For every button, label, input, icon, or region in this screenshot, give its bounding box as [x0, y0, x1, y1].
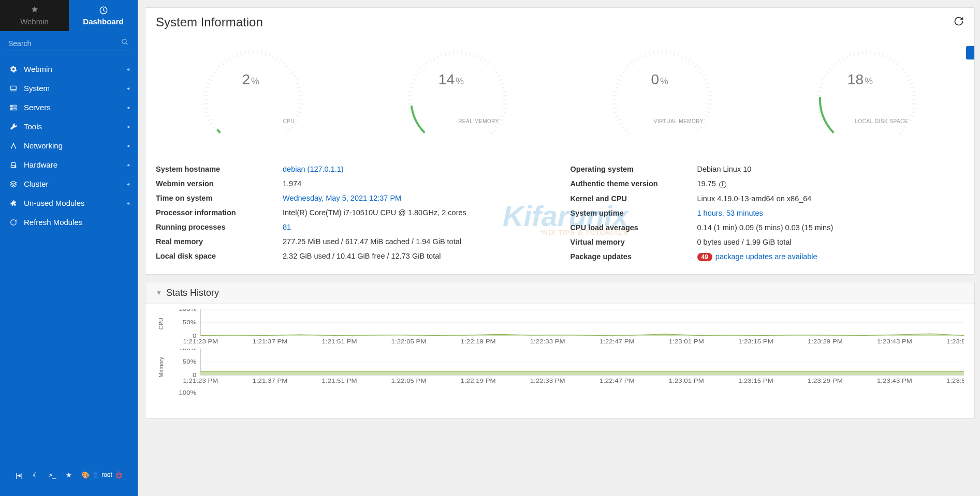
svg-line-105	[490, 65, 493, 68]
svg-text:1:22:19 PM: 1:22:19 PM	[461, 378, 496, 384]
svg-line-25	[208, 79, 212, 80]
info-link[interactable]: package updates are available	[715, 252, 817, 261]
svg-text:1:21:51 PM: 1:21:51 PM	[322, 338, 357, 344]
caret-icon: ◂	[127, 66, 129, 72]
terminal-icon[interactable]: >_	[47, 469, 58, 480]
svg-line-65	[285, 132, 288, 135]
svg-line-168	[705, 83, 709, 84]
sidebar-item-webmin[interactable]: Webmin◂	[0, 59, 138, 79]
network-icon	[8, 142, 19, 149]
svg-line-216	[882, 53, 884, 57]
svg-line-21	[203, 96, 208, 96]
svg-line-233	[911, 112, 915, 113]
svg-line-55	[298, 96, 302, 96]
svg-line-17	[205, 112, 209, 113]
info-value: Linux 4.19.0-13-amd64 on x86_64	[697, 194, 964, 203]
sidebar-item-tools[interactable]: Tools◂	[0, 117, 138, 136]
svg-line-112	[503, 91, 507, 92]
night-mode-icon[interactable]: ☾	[30, 469, 41, 480]
svg-line-204	[835, 62, 838, 65]
favorite-icon[interactable]: ★	[63, 469, 75, 480]
bottom-toolbar: |◂| ☾ >_ ★ 🎨 👤 root ⏻	[0, 464, 138, 496]
sidebar-item-hardware[interactable]: Hardware◂	[0, 155, 138, 174]
refresh-icon[interactable]	[954, 16, 964, 28]
sidebar-item-system[interactable]: System◂	[0, 79, 138, 98]
svg-text:1:22:47 PM: 1:22:47 PM	[599, 338, 635, 344]
svg-line-234	[910, 115, 914, 117]
svg-line-101	[477, 55, 478, 58]
tab-webmin[interactable]: Webmin	[0, 0, 69, 31]
svg-line-111	[502, 87, 506, 88]
nav-label: Cluster	[24, 179, 127, 188]
info-link[interactable]: debian (127.0.1.1)	[283, 165, 344, 173]
svg-line-42	[269, 53, 270, 57]
svg-line-140	[616, 83, 620, 84]
svg-line-179	[699, 126, 703, 128]
tab-dashboard[interactable]: Dashboard	[69, 0, 138, 31]
svg-line-132	[616, 115, 620, 117]
chart-ylabel: CPU	[156, 309, 166, 338]
info-link[interactable]: 1 hours, 53 minutes	[697, 209, 763, 217]
svg-point-6	[12, 109, 12, 109]
svg-line-218	[889, 57, 891, 61]
search-input[interactable]	[7, 36, 130, 51]
info-row: Local disk space2.32 GiB used / 10.41 Gi…	[156, 249, 550, 263]
svg-line-34	[236, 53, 238, 57]
svg-text:50%: 50%	[183, 358, 197, 365]
svg-line-166	[701, 75, 705, 77]
svg-text:%: %	[456, 76, 464, 86]
svg-line-130	[619, 123, 623, 125]
svg-text:1:21:23 PM: 1:21:23 PM	[183, 378, 218, 384]
search-icon[interactable]	[121, 38, 128, 48]
info-label: Local disk space	[156, 252, 283, 260]
collapse-icon[interactable]: |◂|	[13, 469, 25, 480]
sidebar-item-un-used-modules[interactable]: Un-used Modules◂	[0, 193, 138, 213]
sidebar-item-cluster[interactable]: Cluster◂	[0, 174, 138, 193]
svg-line-36	[244, 51, 245, 55]
svg-line-220	[896, 62, 899, 65]
user-button[interactable]: 👤 root	[96, 469, 108, 480]
sidebar-item-networking[interactable]: Networking◂	[0, 136, 138, 155]
info-label: CPU load averages	[571, 223, 697, 232]
svg-line-30	[221, 62, 224, 65]
tab-webmin-label: Webmin	[20, 17, 49, 26]
svg-text:1:22:05 PM: 1:22:05 PM	[391, 378, 427, 384]
info-label: Authentic theme version	[571, 179, 697, 188]
svg-line-149	[641, 55, 643, 58]
theme-icon[interactable]: 🎨	[80, 469, 91, 480]
svg-line-174	[707, 108, 711, 108]
svg-line-100	[473, 53, 475, 57]
svg-line-158	[678, 53, 679, 57]
info-link[interactable]: Wednesday, May 5, 2021 12:37 PM	[283, 194, 401, 202]
svg-marker-272	[200, 371, 964, 375]
svg-text:1:23:43 PM: 1:23:43 PM	[877, 338, 912, 344]
info-link[interactable]: 81	[283, 223, 291, 231]
svg-line-232	[912, 108, 916, 108]
info-icon[interactable]: i	[719, 181, 726, 188]
user-label: root	[101, 471, 112, 478]
svg-line-27	[212, 71, 216, 74]
svg-line-102	[480, 57, 482, 61]
svg-line-144	[624, 68, 627, 70]
svg-line-207	[846, 55, 847, 58]
logout-icon[interactable]: ⏻	[113, 469, 124, 480]
svg-line-201	[826, 71, 830, 74]
svg-line-22	[204, 91, 208, 92]
svg-line-229	[912, 96, 916, 96]
svg-text:1:23:57 PM: 1:23:57 PM	[946, 378, 964, 384]
nav-label: Servers	[24, 103, 127, 112]
caret-icon: ◂	[127, 104, 129, 110]
info-value: debian (127.0.1.1)	[283, 165, 550, 173]
sidebar-item-servers[interactable]: Servers◂	[0, 98, 138, 117]
svg-line-51	[294, 79, 298, 80]
svg-line-167	[704, 79, 707, 80]
sidebar-tabs: Webmin Dashboard	[0, 0, 138, 31]
svg-line-139	[614, 87, 618, 88]
stats-header[interactable]: ▼ Stats History	[145, 282, 974, 304]
svg-text:0: 0	[193, 372, 197, 378]
sidebar-item-refresh-modules[interactable]: Refresh Modules	[0, 213, 138, 232]
svg-text:0: 0	[651, 71, 660, 87]
svg-line-41	[265, 52, 266, 56]
side-flag[interactable]	[966, 46, 974, 59]
chart-CPU: CPU 050%100% 1:21:23 PM1:21:37 PM1:21:51…	[156, 309, 964, 345]
